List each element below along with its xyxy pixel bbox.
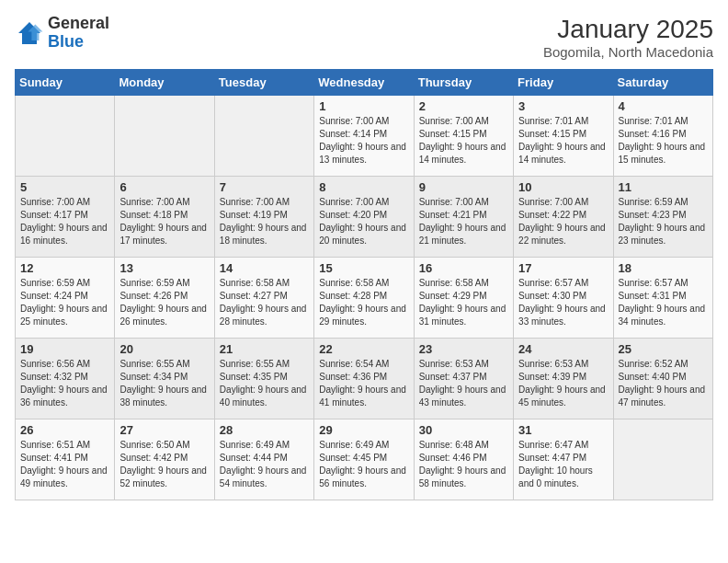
calendar-cell [214, 96, 313, 177]
day-number: 24 [518, 342, 608, 356]
day-number: 15 [319, 261, 408, 275]
calendar-cell [613, 419, 712, 500]
day-number: 9 [419, 180, 508, 194]
day-number: 16 [419, 261, 508, 275]
day-number: 18 [619, 261, 708, 275]
calendar-cell: 5Sunrise: 7:00 AM Sunset: 4:17 PM Daylig… [16, 177, 115, 258]
day-number: 10 [518, 180, 608, 194]
logo-general: General [48, 15, 109, 33]
calendar-cell: 29Sunrise: 6:49 AM Sunset: 4:45 PM Dayli… [314, 419, 414, 500]
logo: General Blue [15, 15, 109, 52]
weekday-header-wednesday: Wednesday [314, 70, 414, 96]
day-number: 17 [518, 261, 608, 275]
weekday-header-row: SundayMondayTuesdayWednesdayThursdayFrid… [16, 70, 713, 96]
day-info: Sunrise: 6:49 AM Sunset: 4:45 PM Dayligh… [319, 439, 408, 490]
day-info: Sunrise: 6:52 AM Sunset: 4:40 PM Dayligh… [619, 358, 708, 409]
day-number: 8 [319, 180, 408, 194]
day-info: Sunrise: 6:59 AM Sunset: 4:26 PM Dayligh… [119, 277, 209, 328]
day-number: 3 [518, 99, 608, 113]
calendar-cell: 12Sunrise: 6:59 AM Sunset: 4:24 PM Dayli… [16, 258, 115, 339]
calendar-cell: 27Sunrise: 6:50 AM Sunset: 4:42 PM Dayli… [115, 419, 214, 500]
calendar-week-row: 12Sunrise: 6:59 AM Sunset: 4:24 PM Dayli… [16, 258, 713, 339]
calendar-cell: 17Sunrise: 6:57 AM Sunset: 4:30 PM Dayli… [514, 258, 613, 339]
day-info: Sunrise: 6:58 AM Sunset: 4:27 PM Dayligh… [220, 277, 309, 328]
day-number: 13 [119, 261, 209, 275]
calendar-cell: 23Sunrise: 6:53 AM Sunset: 4:37 PM Dayli… [414, 339, 513, 419]
day-number: 28 [220, 423, 309, 437]
calendar-cell: 16Sunrise: 6:58 AM Sunset: 4:29 PM Dayli… [414, 258, 513, 339]
calendar-cell: 7Sunrise: 7:00 AM Sunset: 4:19 PM Daylig… [214, 177, 313, 258]
calendar-title: January 2025 [543, 15, 713, 44]
calendar-cell: 2Sunrise: 7:00 AM Sunset: 4:15 PM Daylig… [414, 96, 513, 177]
day-number: 12 [20, 261, 109, 275]
calendar-cell: 25Sunrise: 6:52 AM Sunset: 4:40 PM Dayli… [613, 339, 712, 419]
calendar-cell: 18Sunrise: 6:57 AM Sunset: 4:31 PM Dayli… [613, 258, 712, 339]
calendar-week-row: 1Sunrise: 7:00 AM Sunset: 4:14 PM Daylig… [16, 96, 713, 177]
day-number: 26 [20, 423, 109, 437]
day-info: Sunrise: 6:49 AM Sunset: 4:44 PM Dayligh… [220, 439, 309, 490]
day-info: Sunrise: 6:59 AM Sunset: 4:23 PM Dayligh… [619, 196, 708, 247]
calendar-cell: 14Sunrise: 6:58 AM Sunset: 4:27 PM Dayli… [214, 258, 313, 339]
calendar-table: SundayMondayTuesdayWednesdayThursdayFrid… [15, 69, 713, 500]
day-number: 31 [518, 423, 608, 437]
day-number: 20 [119, 342, 209, 356]
day-number: 2 [419, 99, 508, 113]
day-info: Sunrise: 7:00 AM Sunset: 4:18 PM Dayligh… [119, 196, 209, 247]
day-number: 27 [119, 423, 209, 437]
calendar-cell: 4Sunrise: 7:01 AM Sunset: 4:16 PM Daylig… [613, 96, 712, 177]
day-info: Sunrise: 6:54 AM Sunset: 4:36 PM Dayligh… [319, 358, 408, 409]
day-number: 25 [619, 342, 708, 356]
day-info: Sunrise: 7:01 AM Sunset: 4:16 PM Dayligh… [619, 115, 708, 167]
day-number: 22 [319, 342, 408, 356]
calendar-body: 1Sunrise: 7:00 AM Sunset: 4:14 PM Daylig… [16, 96, 713, 500]
calendar-cell: 8Sunrise: 7:00 AM Sunset: 4:20 PM Daylig… [314, 177, 414, 258]
day-info: Sunrise: 7:00 AM Sunset: 4:20 PM Dayligh… [319, 196, 408, 247]
weekday-header-tuesday: Tuesday [214, 70, 313, 96]
day-info: Sunrise: 6:47 AM Sunset: 4:47 PM Dayligh… [518, 439, 608, 490]
calendar-cell: 26Sunrise: 6:51 AM Sunset: 4:41 PM Dayli… [16, 419, 115, 500]
day-info: Sunrise: 6:57 AM Sunset: 4:30 PM Dayligh… [518, 277, 608, 328]
day-info: Sunrise: 7:00 AM Sunset: 4:17 PM Dayligh… [20, 196, 109, 247]
day-number: 21 [220, 342, 309, 356]
calendar-cell: 15Sunrise: 6:58 AM Sunset: 4:28 PM Dayli… [314, 258, 414, 339]
day-info: Sunrise: 6:55 AM Sunset: 4:35 PM Dayligh… [220, 358, 309, 409]
calendar-cell: 31Sunrise: 6:47 AM Sunset: 4:47 PM Dayli… [514, 419, 613, 500]
calendar-header: SundayMondayTuesdayWednesdayThursdayFrid… [16, 70, 713, 96]
logo-icon [15, 18, 44, 48]
day-info: Sunrise: 6:56 AM Sunset: 4:32 PM Dayligh… [20, 358, 109, 409]
calendar-cell: 10Sunrise: 7:00 AM Sunset: 4:22 PM Dayli… [514, 177, 613, 258]
day-number: 6 [119, 180, 209, 194]
calendar-cell: 19Sunrise: 6:56 AM Sunset: 4:32 PM Dayli… [16, 339, 115, 419]
calendar-cell: 9Sunrise: 7:00 AM Sunset: 4:21 PM Daylig… [414, 177, 513, 258]
logo-text: General Blue [48, 15, 109, 52]
title-area: January 2025 Bogomila, North Macedonia [543, 15, 713, 60]
calendar-subtitle: Bogomila, North Macedonia [543, 44, 713, 60]
day-info: Sunrise: 7:00 AM Sunset: 4:19 PM Dayligh… [220, 196, 309, 247]
calendar-week-row: 19Sunrise: 6:56 AM Sunset: 4:32 PM Dayli… [16, 339, 713, 419]
day-info: Sunrise: 6:57 AM Sunset: 4:31 PM Dayligh… [619, 277, 708, 328]
day-number: 29 [319, 423, 408, 437]
day-info: Sunrise: 7:01 AM Sunset: 4:15 PM Dayligh… [518, 115, 608, 167]
calendar-cell: 30Sunrise: 6:48 AM Sunset: 4:46 PM Dayli… [414, 419, 513, 500]
day-info: Sunrise: 6:48 AM Sunset: 4:46 PM Dayligh… [419, 439, 508, 490]
day-info: Sunrise: 6:59 AM Sunset: 4:24 PM Dayligh… [20, 277, 109, 328]
day-info: Sunrise: 7:00 AM Sunset: 4:14 PM Dayligh… [319, 115, 408, 167]
day-info: Sunrise: 6:53 AM Sunset: 4:37 PM Dayligh… [419, 358, 508, 409]
day-info: Sunrise: 6:50 AM Sunset: 4:42 PM Dayligh… [119, 439, 209, 490]
calendar-cell: 11Sunrise: 6:59 AM Sunset: 4:23 PM Dayli… [613, 177, 712, 258]
day-number: 11 [619, 180, 708, 194]
day-info: Sunrise: 7:00 AM Sunset: 4:15 PM Dayligh… [419, 115, 508, 167]
day-info: Sunrise: 6:58 AM Sunset: 4:28 PM Dayligh… [319, 277, 408, 328]
weekday-header-friday: Friday [514, 70, 613, 96]
day-number: 14 [220, 261, 309, 275]
calendar-cell [16, 96, 115, 177]
day-info: Sunrise: 7:00 AM Sunset: 4:22 PM Dayligh… [518, 196, 608, 247]
day-info: Sunrise: 7:00 AM Sunset: 4:21 PM Dayligh… [419, 196, 508, 247]
calendar-cell: 13Sunrise: 6:59 AM Sunset: 4:26 PM Dayli… [115, 258, 214, 339]
calendar-week-row: 26Sunrise: 6:51 AM Sunset: 4:41 PM Dayli… [16, 419, 713, 500]
day-number: 5 [20, 180, 109, 194]
calendar-cell [115, 96, 214, 177]
day-number: 7 [220, 180, 309, 194]
calendar-cell: 20Sunrise: 6:55 AM Sunset: 4:34 PM Dayli… [115, 339, 214, 419]
day-info: Sunrise: 6:58 AM Sunset: 4:29 PM Dayligh… [419, 277, 508, 328]
